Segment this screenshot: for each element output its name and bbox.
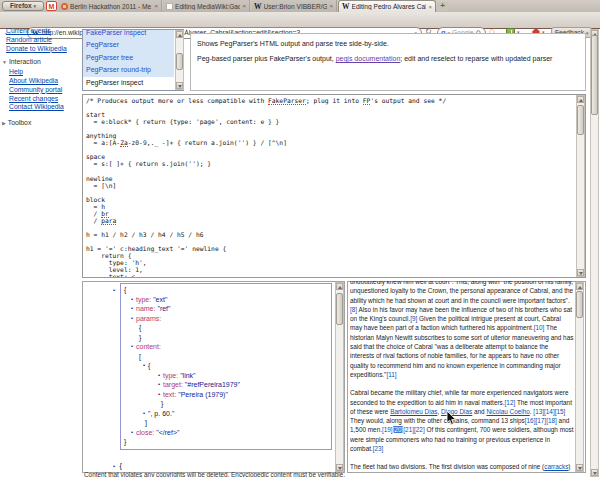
sidebar-section-interaction[interactable]: ▼Interaction: [2, 58, 80, 67]
tree-row[interactable]: [: [121, 352, 331, 362]
textarea-scrollbar-thumb[interactable]: [577, 105, 584, 135]
tree-next-node[interactable]: • {: [113, 454, 122, 472]
reference-link[interactable]: [21]: [403, 426, 414, 433]
arrow-up-icon: [578, 286, 582, 289]
tab-berlin-hackathon-2011-me[interactable]: Berlin Hackathon 2011 - Me…×: [58, 0, 162, 12]
firefox-menu-button[interactable]: Firefox ▾: [2, 1, 44, 11]
code-editor[interactable]: /* Produces output more or less compatib…: [82, 94, 586, 278]
gadget-description-line1: Shows PegParser's HTML output and parse …: [197, 39, 579, 48]
sidebar-link-community-portal[interactable]: Community portal: [9, 86, 80, 95]
textarea-scrollbar[interactable]: [576, 95, 585, 277]
sidebar-link-contact-wikipedia[interactable]: Contact Wikipedia: [9, 103, 80, 112]
sidebar-link-help[interactable]: Help: [9, 68, 80, 77]
chevron-down-icon: ▾: [33, 3, 36, 9]
gadget-option-pegparser-tree[interactable]: PegParser tree: [83, 52, 174, 64]
tree-row[interactable]: {: [121, 285, 331, 295]
reference-link[interactable]: [18]: [546, 417, 557, 424]
tree-scrollbar-down-arrow[interactable]: [336, 464, 343, 471]
tree-scrollbar-up-arrow[interactable]: [336, 283, 343, 290]
arrow-down-icon: [579, 272, 583, 275]
listbox-scrollbar-thumb[interactable]: [176, 53, 183, 70]
reference-link[interactable]: [14]: [544, 408, 555, 415]
tree-row[interactable]: •type: "ext": [121, 295, 331, 305]
tree-brace: {: [120, 462, 122, 469]
arrow-up-icon: [579, 99, 583, 102]
tree-scrollbar[interactable]: [335, 282, 344, 472]
selected-tree-node[interactable]: {•type: "ext"•name: "ref"•params:{}•cont…: [120, 283, 332, 450]
tree-row[interactable]: •", p. 60.": [121, 409, 331, 419]
tree-row[interactable]: }: [121, 333, 331, 343]
firefox-menu-label: Firefox: [10, 2, 32, 9]
window-scrollbar[interactable]: [590, 29, 599, 477]
gadget-option-pegparser-inspect[interactable]: PegParser inspect: [83, 77, 174, 89]
tree-row[interactable]: •{: [121, 361, 331, 371]
gadget-option-pegparser-round-trip[interactable]: PegParser round-trip: [83, 64, 174, 76]
gadget-description-line2: Peg-based parser plus FakeParser's outpu…: [197, 54, 579, 63]
reference-link[interactable]: [12]: [505, 399, 516, 406]
tree-value: "ref": [155, 305, 170, 312]
article-scrollbar-thumb[interactable]: [576, 291, 583, 318]
section-label: Toolbox: [8, 119, 31, 126]
window-scrollbar-down-arrow[interactable]: [591, 469, 598, 476]
gadget-listbox[interactable]: FakeParser inspectPegParserPegParser tre…: [82, 29, 184, 91]
reference-link[interactable]: [13]: [533, 408, 544, 415]
listbox-scrollbar[interactable]: [175, 30, 184, 90]
tree-row[interactable]: }: [121, 437, 331, 447]
tree-row[interactable]: }: [121, 399, 331, 409]
reference-link-selected[interactable]: [20]: [393, 426, 404, 433]
sidebar-link-random-article[interactable]: Random article: [6, 36, 80, 45]
article-scrollbar-down-arrow[interactable]: [576, 464, 583, 471]
tab-editing-mediawiki-gadget[interactable]: Editing MediaWiki:Gadget-…×: [163, 0, 250, 12]
close-tab-icon[interactable]: ×: [329, 3, 333, 9]
tree-row[interactable]: •params:: [121, 314, 331, 324]
sidebar-link-recent-changes[interactable]: Recent changes: [9, 95, 80, 104]
listbox-scrollbar-up-arrow[interactable]: [176, 31, 183, 38]
tree-brace: }: [139, 334, 141, 341]
article-scrollbar[interactable]: [575, 282, 584, 472]
misspelled-word: para: [101, 217, 116, 225]
tree-row[interactable]: •type: "link": [121, 371, 331, 381]
article-content: undoubtedly knew him well at court". Thi…: [350, 281, 574, 472]
textarea-scrollbar-up-arrow[interactable]: [577, 96, 584, 103]
sidebar-link-current-events[interactable]: Current events: [6, 27, 80, 36]
reference-link[interactable]: [19]: [382, 426, 393, 433]
tree-row[interactable]: •target: "#refPereira1979": [121, 380, 331, 390]
tree-row[interactable]: •close: "</ref>": [121, 428, 331, 438]
pinned-gmail-tab[interactable]: M: [46, 1, 57, 11]
reference-link[interactable]: [15]: [555, 408, 566, 415]
reference-link[interactable]: [23]: [373, 445, 384, 452]
window-scrollbar-thumb[interactable]: [591, 35, 598, 115]
tree-row[interactable]: ]: [121, 418, 331, 428]
reference-link[interactable]: [17]: [535, 417, 546, 424]
sidebar-section-toolbox[interactable]: ▶Toolbox: [2, 119, 80, 128]
listbox-scrollbar-down-arrow[interactable]: [176, 82, 183, 89]
gadget-option-pegparser[interactable]: PegParser: [83, 39, 174, 51]
tree-scrollbar-thumb[interactable]: [336, 293, 343, 325]
sidebar-link-about-wikipedia[interactable]: About Wikipedia: [9, 77, 80, 86]
new-tab-button[interactable]: +: [437, 2, 448, 11]
sidebar-link-donate-to-wikipedia[interactable]: Donate to Wikipedia: [6, 45, 80, 54]
tab-title: Editing MediaWiki:Gadget-…: [175, 3, 240, 10]
tab-user-brion-vibber-gadget[interactable]: WUser:Brion VIBBER/Gadget…×: [251, 0, 337, 12]
gadget-option-fakeparser-inspect[interactable]: FakeParser inspect: [83, 29, 174, 39]
reference-link[interactable]: [22]: [414, 426, 425, 433]
reference-link[interactable]: [16]: [525, 417, 536, 424]
tree-bullet-icon: •: [113, 287, 115, 293]
textarea-scrollbar-down-arrow[interactable]: [577, 269, 584, 276]
close-tab-icon[interactable]: ×: [242, 3, 246, 9]
tab-editing-pedro-lvares-cabr[interactable]: WEditing Pedro Álvares Cabr…×: [338, 0, 436, 12]
pegjs-documentation-link[interactable]: pegjs documentation: [336, 55, 401, 62]
wiki-link[interactable]: carracks: [544, 463, 568, 470]
close-tab-icon[interactable]: ×: [428, 4, 432, 10]
tree-row[interactable]: {: [121, 323, 331, 333]
tree-key: close:: [136, 429, 154, 436]
article-scrollbar-up-arrow[interactable]: [576, 283, 583, 290]
close-tab-icon[interactable]: ×: [154, 3, 158, 9]
wiki-link[interactable]: Nicolau Coelho: [486, 408, 529, 415]
wiki-link[interactable]: Bartolomeu Dias: [390, 408, 437, 415]
tree-row[interactable]: •text: "Pereira (1979)": [121, 390, 331, 400]
tree-row[interactable]: •content:: [121, 342, 331, 352]
reference-link[interactable]: [10]: [534, 324, 545, 331]
reference-link[interactable]: [11]: [386, 371, 396, 378]
tree-row[interactable]: •name: "ref": [121, 304, 331, 314]
